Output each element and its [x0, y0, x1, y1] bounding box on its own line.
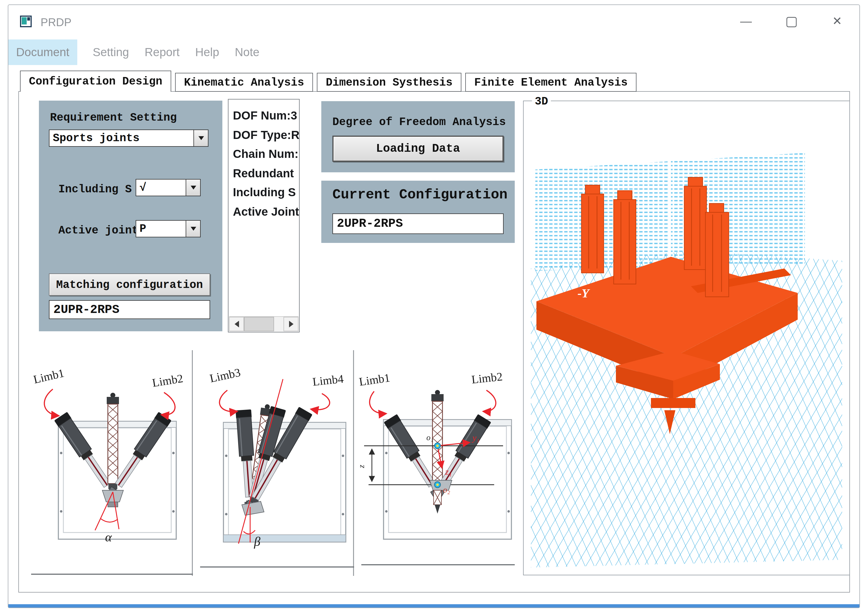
scrollbar-track[interactable] [274, 317, 284, 331]
including-s-dropdown[interactable]: √ [136, 179, 201, 196]
o1-label: o₁ [426, 433, 433, 442]
menu-item-note[interactable]: Note [235, 39, 260, 65]
dof-listbox[interactable]: DOF Num:3 DOF Type:R Chain Num: Redundan… [228, 99, 300, 332]
limb1-label: Limb1 [32, 367, 65, 386]
matching-configuration-button[interactable]: Matching configuration [49, 273, 210, 296]
limb-diagram-coordinates: z o₁ y₁ z₁ o₂ Limb1 Limb2 [354, 350, 515, 576]
including-s-value: √ [136, 180, 186, 196]
list-item[interactable]: DOF Type:R [233, 125, 299, 144]
limb2-label: Limb2 [151, 372, 184, 389]
list-item[interactable]: Redundant [233, 164, 299, 183]
active-joint-label: Active joint [58, 224, 138, 237]
close-button[interactable]: ✕ [824, 10, 851, 32]
menu-item-document[interactable]: Document [8, 39, 77, 65]
sports-joints-dropdown[interactable]: Sports joints [49, 130, 208, 147]
limb1-arrow [44, 389, 59, 416]
limb-truss [107, 393, 119, 489]
wall-seam [669, 153, 671, 265]
tab-finite-element-analysis[interactable]: Finite Element Analysis [465, 73, 637, 92]
chevron-down-icon[interactable] [186, 180, 200, 196]
dof-list-rows: DOF Num:3 DOF Type:R Chain Num: Redundan… [228, 103, 299, 221]
tab-configuration-design[interactable]: Configuration Design [20, 71, 171, 92]
chevron-down-icon[interactable] [194, 130, 208, 146]
current-configuration-title: Current Configuration [332, 187, 507, 203]
loading-data-button[interactable]: Loading Data [332, 136, 504, 162]
chevron-down-icon[interactable] [186, 221, 200, 237]
window-title: PRDP [40, 16, 71, 29]
limb3-label: Limb3 [208, 366, 242, 385]
axis-label-y: -Y [578, 287, 591, 300]
tab-kinematic-analysis[interactable]: Kinematic Analysis [175, 73, 313, 92]
scroll-left-arrow-icon[interactable] [229, 317, 244, 331]
requirement-setting-title: Requirement Setting [50, 111, 177, 124]
window-bottom-edge [8, 604, 859, 607]
viewer-3d-viewport[interactable]: -Y [524, 102, 849, 574]
limb4-label: Limb4 [312, 372, 344, 388]
y1-label: y₁ [472, 433, 479, 443]
matching-result-field[interactable]: 2UPR-2RPS [49, 300, 210, 319]
limb2-arrow [161, 392, 175, 415]
limb2-arrow [483, 390, 496, 411]
o2-label: o₂ [443, 485, 450, 494]
z-dimension-label: z [356, 465, 366, 468]
list-item[interactable]: DOF Num:3 [233, 106, 299, 125]
viewer-3d-legend: 3D [532, 95, 551, 108]
menu-item-setting[interactable]: Setting [93, 39, 129, 65]
horizontal-scrollbar[interactable] [229, 316, 299, 331]
active-joint-value: P [136, 221, 186, 237]
menu-item-report[interactable]: Report [144, 39, 180, 65]
minimize-button[interactable]: — [733, 10, 760, 32]
limb3-arrow [220, 390, 237, 412]
limb-diagram-beta: β Limb3 Limb4 [193, 350, 354, 576]
list-item[interactable]: Including S [233, 183, 299, 202]
maximize-button[interactable]: ▢ [778, 10, 805, 32]
menu-item-help[interactable]: Help [195, 39, 219, 65]
limb1-label: Limb1 [358, 371, 391, 388]
limb-diagram-alpha: α Limb1 Limb2 [22, 350, 193, 576]
list-item[interactable]: Chain Num: [233, 144, 299, 164]
tab-bar: Configuration Design Kinematic Analysis … [20, 71, 637, 92]
sports-joints-value: Sports joints [50, 130, 194, 146]
application-window: PRDP — ▢ ✕ Document Setting Report Help … [0, 0, 868, 612]
limb2-label: Limb2 [471, 370, 503, 386]
angle-alpha-label: α [105, 530, 112, 544]
current-configuration-field[interactable]: 2UPR-2RPS [332, 214, 504, 234]
limb4-arrow [311, 394, 330, 410]
scrollbar-thumb[interactable] [244, 317, 274, 331]
limb1-arrow [370, 391, 386, 414]
menu-bar: Document Setting Report Help Note [8, 39, 259, 65]
list-item[interactable]: Active Joint [233, 202, 299, 221]
z1-label: z₁ [445, 466, 452, 477]
app-icon [20, 15, 32, 27]
tab-dimension-systhesis[interactable]: Dimension Systhesis [317, 73, 461, 92]
angle-beta-label: β [254, 535, 260, 548]
active-joint-dropdown[interactable]: P [136, 220, 201, 237]
scroll-right-arrow-icon[interactable] [284, 317, 299, 331]
including-s-label: Including S [58, 183, 132, 196]
dof-analysis-title: Degree of Freedom Analysis [332, 116, 506, 129]
